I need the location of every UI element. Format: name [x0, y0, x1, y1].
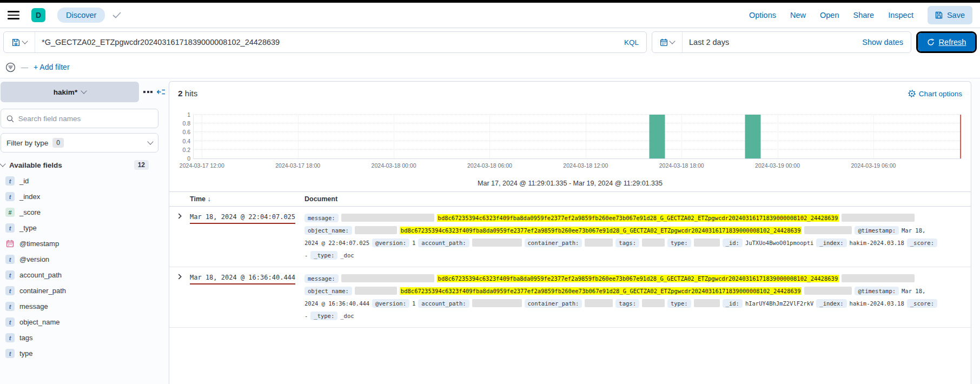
- filter-by-type-dropdown[interactable]: Filter by type 0: [1, 133, 158, 153]
- time-cell: Mar 18, 2024 @ 16:36:40.444: [190, 272, 304, 322]
- field-name: @version: [19, 255, 49, 263]
- field-label: object_name:: [304, 287, 352, 295]
- text-field-icon: t: [5, 223, 15, 233]
- field-label: _score:: [907, 299, 937, 308]
- histogram-chart[interactable]: 00.20.40.60.812024-03-17 12:002024-03-17…: [170, 100, 970, 178]
- field-item-container_path[interactable]: tcontainer_path: [1, 283, 169, 299]
- v-gridline: [202, 115, 202, 158]
- h-gridline: [194, 149, 961, 150]
- redacted-value: [642, 299, 665, 307]
- document-column-header: Document: [304, 195, 971, 203]
- time-column-header[interactable]: Time ↓: [190, 195, 304, 203]
- available-fields-header[interactable]: Available fields 12: [1, 160, 158, 170]
- document-line: 2024 @ 16:36:40.444@version:1account_pat…: [304, 297, 971, 309]
- redacted-value: [472, 299, 522, 307]
- table-row: Mar 18, 2024 @ 22:04:07.025message:bd8c6…: [169, 207, 971, 267]
- document-line: object_name:bd8c67235394c6323f409fba8da0…: [304, 284, 971, 297]
- date-quick-menu-button[interactable]: [652, 32, 683, 52]
- text-field-icon: t: [5, 192, 15, 201]
- field-value: Mar 18,: [902, 227, 925, 234]
- saved-query-menu-button[interactable]: [4, 32, 35, 52]
- refresh-button[interactable]: Refresh: [918, 33, 975, 51]
- share-link[interactable]: Share: [853, 11, 874, 19]
- menu-icon[interactable]: [8, 11, 19, 19]
- sort-desc-icon[interactable]: ↓: [207, 195, 210, 203]
- search-input[interactable]: [18, 115, 153, 123]
- chevron-down-icon: [22, 38, 28, 44]
- open-link[interactable]: Open: [820, 11, 839, 19]
- text-field-icon: t: [5, 302, 15, 311]
- field-name: type: [19, 349, 33, 357]
- field-label: tags:: [615, 239, 639, 247]
- field-name: @timestamp: [19, 240, 59, 248]
- histogram-bar[interactable]: [745, 115, 761, 158]
- query-input[interactable]: *G_GECTZA02_ETZpgwcdr2024031617183900000…: [35, 38, 617, 47]
- time-range-value[interactable]: Last 2 days: [683, 38, 855, 47]
- redacted-value: [642, 239, 665, 247]
- field-item-@timestamp[interactable]: @timestamp: [1, 236, 169, 251]
- field-label: type:: [667, 239, 691, 247]
- document-line: -_type:_doc: [304, 249, 971, 261]
- redacted-value: [355, 287, 397, 295]
- text-field-icon: t: [5, 349, 15, 358]
- histogram-bar[interactable]: [650, 115, 665, 158]
- highlighted-value: bd8c67235394c6323f409fba8da0959fe2377ef2…: [400, 287, 802, 295]
- field-item-account_path[interactable]: taccount_path: [1, 267, 169, 283]
- field-label: @version:: [372, 239, 409, 247]
- expand-row-button[interactable]: [169, 272, 190, 322]
- chevron-down-icon: [147, 138, 153, 144]
- text-field-icon: t: [5, 255, 15, 264]
- add-filter-button[interactable]: + Add filter: [34, 63, 70, 71]
- query-language-button[interactable]: KQL: [617, 38, 646, 47]
- redacted-value: [804, 226, 852, 234]
- inspect-link[interactable]: Inspect: [888, 11, 913, 19]
- index-pattern-switcher[interactable]: hakim*: [1, 82, 139, 102]
- filter-icon[interactable]: [5, 62, 16, 72]
- collapse-sidebar-icon[interactable]: [157, 88, 165, 96]
- field-settings-icon[interactable]: [143, 91, 153, 93]
- date-picker: Last 2 days Show dates: [652, 31, 911, 53]
- time-value: Mar 18, 2024 @ 22:04:07.025: [190, 213, 295, 224]
- field-name: tags: [19, 334, 33, 342]
- field-label: type:: [667, 299, 691, 308]
- show-dates-button[interactable]: Show dates: [855, 38, 911, 47]
- field-item-_score[interactable]: #_score: [1, 204, 169, 220]
- field-item-type[interactable]: ttype: [1, 346, 169, 361]
- highlighted-value: bd8c67235394c6323f409fba8da0959fe2377ef2…: [437, 214, 839, 222]
- field-item-tags[interactable]: ttags: [1, 330, 169, 346]
- field-name: account_path: [19, 271, 62, 279]
- v-gridline: [489, 115, 490, 158]
- query-bar: *G_GECTZA02_ETZpgwcdr2024031617183900000…: [3, 31, 647, 53]
- space-avatar[interactable]: D: [31, 8, 45, 22]
- field-item-@version[interactable]: t@version: [1, 251, 169, 267]
- expand-row-button[interactable]: [169, 211, 190, 261]
- breadcrumb[interactable]: Discover: [57, 8, 105, 23]
- table-header: Time ↓ Document: [169, 192, 971, 207]
- options-link[interactable]: Options: [749, 11, 776, 19]
- field-item-_id[interactable]: t_id: [1, 173, 169, 189]
- field-label: @version:: [372, 299, 409, 308]
- field-label: account_path:: [418, 239, 469, 247]
- field-item-object_name[interactable]: tobject_name: [1, 314, 169, 330]
- field-value: hakim-2024.03.18: [850, 240, 904, 246]
- page-body: hakim* Filter by type 0 Available fields…: [0, 78, 980, 384]
- time-value: Mar 18, 2024 @ 16:36:40.444: [190, 274, 295, 284]
- chart-options-button[interactable]: Chart options: [908, 90, 962, 98]
- field-item-_type[interactable]: t_type: [1, 220, 169, 236]
- field-item-_index[interactable]: t_index: [1, 189, 169, 204]
- field-label: container_path:: [525, 239, 582, 247]
- v-gridline: [778, 115, 778, 158]
- field-item-message[interactable]: tmessage: [1, 299, 169, 314]
- chart-time-range-caption: Mar 17, 2024 @ 11:29:01.335 - Mar 19, 20…: [169, 178, 971, 191]
- new-link[interactable]: New: [790, 11, 806, 19]
- field-name: object_name: [19, 318, 59, 326]
- field-value: hIarUY4BhJmZ2VlF2rkV: [745, 300, 813, 307]
- field-name: _id: [19, 177, 29, 185]
- x-tick-label: 2024-03-18 18:00: [659, 162, 704, 169]
- refresh-icon: [927, 38, 935, 46]
- save-button[interactable]: Save: [928, 6, 972, 24]
- chevron-down-icon: [81, 88, 87, 94]
- text-field-icon: t: [5, 286, 15, 295]
- save-icon: [935, 11, 943, 19]
- app-header: D Discover Options New Open Share Inspec…: [0, 3, 980, 28]
